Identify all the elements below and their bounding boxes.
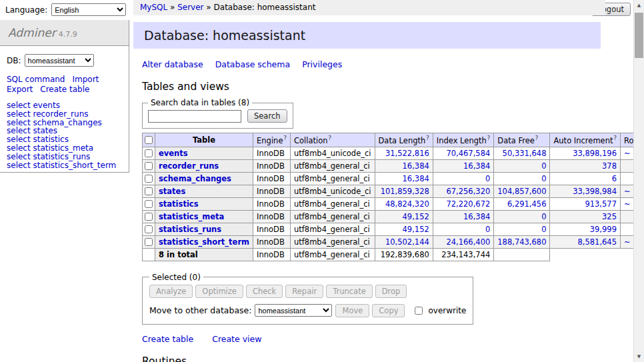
- auto-increment-link[interactable]: 39,999: [590, 225, 617, 234]
- row-checkbox-events[interactable]: [145, 149, 153, 157]
- breadcrumb-link-server[interactable]: Server: [177, 3, 203, 12]
- row-checkbox-recorder_runs[interactable]: [145, 162, 153, 170]
- move-button[interactable]: Move: [335, 304, 369, 317]
- table-name-cell: statistics_meta: [155, 210, 253, 223]
- search-button[interactable]: Search: [247, 109, 287, 123]
- column-header-label: Table: [193, 135, 215, 145]
- help-icon[interactable]: ?: [487, 135, 491, 141]
- scrollbar[interactable]: ▲ ▼: [633, 0, 644, 362]
- index-length-link[interactable]: 16,384: [463, 161, 490, 171]
- table-link-states[interactable]: states: [159, 187, 185, 196]
- data-length-link[interactable]: 49,152: [403, 212, 429, 221]
- repair-button[interactable]: Repair: [285, 285, 323, 298]
- search-input[interactable]: [148, 110, 241, 123]
- help-icon[interactable]: ?: [283, 135, 287, 141]
- page-title: Database: homeassistant: [133, 22, 601, 49]
- help-icon[interactable]: ?: [613, 135, 617, 141]
- check-button[interactable]: Check: [246, 285, 283, 298]
- data-free-link[interactable]: 0: [541, 212, 546, 221]
- breadcrumb-link-mysql[interactable]: MySQL: [140, 3, 167, 12]
- optimize-button[interactable]: Optimize: [195, 285, 243, 298]
- auto-increment-link[interactable]: 33,398,984: [573, 187, 617, 196]
- data-length-link[interactable]: 16,384: [403, 174, 429, 183]
- help-icon[interactable]: ?: [535, 135, 539, 141]
- index-length-link[interactable]: 72,220,672: [446, 199, 490, 209]
- data-free-link[interactable]: 6,291,456: [507, 199, 547, 209]
- sidebar-link-sql-command[interactable]: SQL command: [7, 75, 65, 84]
- sidebar: Adminer4.7.9 DB: homeassistant SQL comma…: [0, 20, 129, 173]
- data-length-link[interactable]: 16,384: [403, 161, 429, 171]
- alter-database-link[interactable]: Alter database: [142, 59, 203, 69]
- routines-heading: Routines: [142, 355, 633, 362]
- data-free-link[interactable]: 0: [541, 161, 546, 171]
- analyze-button[interactable]: Analyze: [149, 285, 193, 298]
- data-free-link[interactable]: 50,331,648: [503, 149, 547, 158]
- sidebar-select-statistics-runs[interactable]: select statistics_runs: [7, 153, 122, 161]
- index-length-link[interactable]: 24,166,400: [446, 237, 490, 247]
- index-length-link[interactable]: 67,256,320: [446, 187, 490, 196]
- sidebar-select-statistics-meta[interactable]: select statistics_meta: [7, 144, 122, 153]
- row-checkbox-states[interactable]: [145, 187, 153, 195]
- data-length-link[interactable]: 31,522,816: [385, 149, 429, 158]
- table-link-statistics_meta[interactable]: statistics_meta: [159, 212, 224, 221]
- table-link-statistics_runs[interactable]: statistics_runs: [159, 225, 221, 234]
- index-length-link[interactable]: 0: [485, 174, 490, 183]
- row-checkbox-schema_changes[interactable]: [145, 175, 153, 183]
- auto-increment-link[interactable]: 6: [612, 174, 617, 183]
- auto-increment-link[interactable]: 8,581,645: [577, 237, 617, 247]
- select-all-checkbox[interactable]: [145, 136, 153, 144]
- sidebar-link-export[interactable]: Export: [7, 85, 33, 94]
- language-select[interactable]: English: [51, 3, 126, 16]
- row-checkbox-cell: [143, 147, 155, 159]
- column-header-label: Index Length: [437, 136, 487, 145]
- table-name-cell: states: [155, 185, 253, 197]
- row-checkbox-statistics_short_term[interactable]: [145, 238, 153, 246]
- sidebar-select-recorder-runs[interactable]: select recorder_runs: [7, 110, 122, 119]
- index-length-link[interactable]: 0: [485, 225, 490, 234]
- data-length-link[interactable]: 49,152: [403, 225, 429, 234]
- privileges-link[interactable]: Privileges: [302, 59, 342, 69]
- sidebar-select-statistics-short-term[interactable]: select statistics_short_term: [7, 161, 122, 170]
- auto-increment-link[interactable]: 378: [602, 161, 617, 171]
- overwrite-checkbox[interactable]: [415, 307, 423, 315]
- data-free-link[interactable]: 0: [541, 174, 546, 183]
- data-length-cell: 16,384: [375, 172, 433, 185]
- scroll-down-icon[interactable]: ▼: [634, 351, 644, 362]
- help-icon[interactable]: ?: [329, 135, 332, 141]
- data-length-link[interactable]: 48,824,320: [385, 199, 429, 209]
- help-icon[interactable]: ?: [426, 135, 429, 141]
- create-view-link[interactable]: Create view: [212, 334, 261, 344]
- data-length-link[interactable]: 101,859,328: [381, 187, 429, 196]
- data-free-link[interactable]: 188,743,680: [497, 237, 546, 247]
- sidebar-link-import[interactable]: Import: [72, 75, 99, 84]
- table-link-events[interactable]: events: [159, 149, 188, 158]
- copy-button[interactable]: Copy: [372, 304, 405, 317]
- auto-increment-link[interactable]: 913,577: [585, 199, 617, 209]
- table-link-schema_changes[interactable]: schema_changes: [159, 174, 231, 183]
- index-length-link[interactable]: 70,467,584: [446, 149, 490, 158]
- create-table-link[interactable]: Create table: [142, 334, 193, 344]
- collation-cell: utf8mb4_general_ci: [290, 235, 375, 248]
- table-link-statistics[interactable]: statistics: [159, 199, 199, 209]
- index-length-link[interactable]: 16,384: [463, 212, 490, 221]
- row-checkbox-statistics_runs[interactable]: [145, 225, 153, 233]
- truncate-button[interactable]: Truncate: [326, 285, 373, 298]
- auto-increment-link[interactable]: 33,898,196: [573, 149, 617, 158]
- scroll-thumb[interactable]: [635, 13, 643, 58]
- table-link-statistics_short_term[interactable]: statistics_short_term: [159, 237, 249, 247]
- table-link-recorder_runs[interactable]: recorder_runs: [159, 161, 219, 171]
- data-length-link[interactable]: 10,502,144: [385, 237, 429, 247]
- row-checkbox-statistics[interactable]: [145, 200, 153, 208]
- scroll-up-icon[interactable]: ▲: [634, 0, 644, 11]
- db-select[interactable]: homeassistant: [25, 54, 94, 67]
- drop-button[interactable]: Drop: [375, 285, 407, 298]
- engine-cell: InnoDB: [253, 185, 291, 197]
- data-free-link[interactable]: 0: [541, 225, 546, 234]
- row-checkbox-statistics_meta[interactable]: [145, 213, 153, 221]
- sidebar-select-events[interactable]: select events: [7, 101, 122, 110]
- database-schema-link[interactable]: Database schema: [215, 59, 290, 69]
- move-db-select[interactable]: homeassistant: [255, 304, 332, 317]
- data-free-link[interactable]: 104,857,600: [497, 187, 546, 196]
- auto-increment-link[interactable]: 325: [602, 212, 617, 221]
- sidebar-link-create-table[interactable]: Create table: [40, 85, 89, 94]
